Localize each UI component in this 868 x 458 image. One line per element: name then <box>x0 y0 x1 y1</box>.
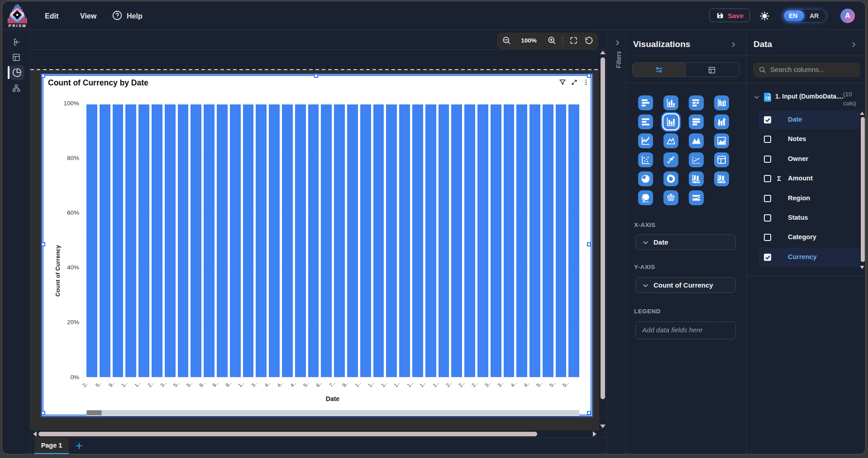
svg-text:PRISM: PRISM <box>9 24 27 28</box>
